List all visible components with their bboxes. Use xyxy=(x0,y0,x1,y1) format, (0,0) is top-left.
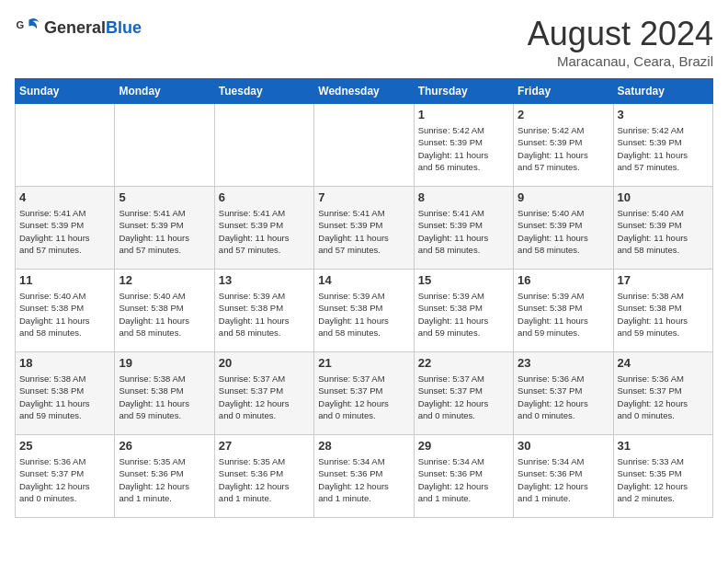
logo-blue: Blue xyxy=(106,18,142,38)
calendar-cell: 5Sunrise: 5:41 AM Sunset: 5:39 PM Daylig… xyxy=(115,187,214,270)
day-number: 27 xyxy=(219,439,310,453)
title-area: August 2024 Maracanau, Ceara, Brazil xyxy=(528,15,713,69)
calendar-cell: 16Sunrise: 5:39 AM Sunset: 5:38 PM Dayli… xyxy=(514,270,613,352)
day-number: 17 xyxy=(618,273,709,287)
day-info: Sunrise: 5:34 AM Sunset: 5:36 PM Dayligh… xyxy=(518,455,609,504)
calendar-cell: 28Sunrise: 5:34 AM Sunset: 5:36 PM Dayli… xyxy=(314,435,414,518)
day-info: Sunrise: 5:37 AM Sunset: 5:37 PM Dayligh… xyxy=(418,373,509,421)
day-info: Sunrise: 5:39 AM Sunset: 5:38 PM Dayligh… xyxy=(518,290,609,339)
calendar-title: August 2024 xyxy=(528,15,713,53)
day-number: 9 xyxy=(518,190,609,204)
day-number: 14 xyxy=(318,273,409,287)
day-info: Sunrise: 5:40 AM Sunset: 5:39 PM Dayligh… xyxy=(518,207,609,256)
day-number: 7 xyxy=(318,190,409,204)
day-number: 10 xyxy=(618,190,709,204)
calendar-cell: 21Sunrise: 5:37 AM Sunset: 5:37 PM Dayli… xyxy=(314,352,414,435)
day-number: 4 xyxy=(19,190,110,204)
day-info: Sunrise: 5:41 AM Sunset: 5:39 PM Dayligh… xyxy=(318,207,409,256)
calendar-cell: 15Sunrise: 5:39 AM Sunset: 5:38 PM Dayli… xyxy=(414,270,513,352)
day-info: Sunrise: 5:40 AM Sunset: 5:39 PM Dayligh… xyxy=(618,207,709,256)
day-number: 16 xyxy=(518,273,609,287)
logo: G General Blue xyxy=(15,15,142,40)
logo-general: General xyxy=(44,18,106,38)
day-number: 18 xyxy=(19,356,110,370)
day-info: Sunrise: 5:36 AM Sunset: 5:37 PM Dayligh… xyxy=(19,455,110,504)
week-row-4: 25Sunrise: 5:36 AM Sunset: 5:37 PM Dayli… xyxy=(16,435,713,518)
day-info: Sunrise: 5:41 AM Sunset: 5:39 PM Dayligh… xyxy=(119,207,210,256)
day-info: Sunrise: 5:34 AM Sunset: 5:36 PM Dayligh… xyxy=(318,455,409,504)
day-info: Sunrise: 5:39 AM Sunset: 5:38 PM Dayligh… xyxy=(219,290,310,339)
calendar-cell: 26Sunrise: 5:35 AM Sunset: 5:36 PM Dayli… xyxy=(115,435,214,518)
header-row: SundayMondayTuesdayWednesdayThursdayFrid… xyxy=(16,79,713,104)
calendar-body: 1Sunrise: 5:42 AM Sunset: 5:39 PM Daylig… xyxy=(16,104,713,518)
calendar-cell: 9Sunrise: 5:40 AM Sunset: 5:39 PM Daylig… xyxy=(514,187,613,270)
calendar-cell: 25Sunrise: 5:36 AM Sunset: 5:37 PM Dayli… xyxy=(16,435,115,518)
header-saturday: Saturday xyxy=(613,79,712,104)
day-number: 29 xyxy=(418,439,509,453)
day-info: Sunrise: 5:35 AM Sunset: 5:36 PM Dayligh… xyxy=(119,455,210,504)
calendar-cell: 19Sunrise: 5:38 AM Sunset: 5:38 PM Dayli… xyxy=(115,352,214,435)
header-friday: Friday xyxy=(514,79,613,104)
day-info: Sunrise: 5:37 AM Sunset: 5:37 PM Dayligh… xyxy=(318,373,409,421)
header-wednesday: Wednesday xyxy=(314,79,414,104)
calendar-cell: 20Sunrise: 5:37 AM Sunset: 5:37 PM Dayli… xyxy=(214,352,313,435)
day-info: Sunrise: 5:41 AM Sunset: 5:39 PM Dayligh… xyxy=(418,207,509,256)
day-info: Sunrise: 5:36 AM Sunset: 5:37 PM Dayligh… xyxy=(518,373,609,421)
calendar-cell: 8Sunrise: 5:41 AM Sunset: 5:39 PM Daylig… xyxy=(414,187,513,270)
day-number: 3 xyxy=(618,108,709,121)
day-info: Sunrise: 5:33 AM Sunset: 5:35 PM Dayligh… xyxy=(618,455,709,504)
day-number: 5 xyxy=(119,190,210,204)
day-info: Sunrise: 5:38 AM Sunset: 5:38 PM Dayligh… xyxy=(19,373,110,421)
day-number: 12 xyxy=(119,273,210,287)
header-monday: Monday xyxy=(115,79,214,104)
svg-text:G: G xyxy=(16,19,24,30)
day-number: 2 xyxy=(518,108,609,121)
calendar-cell xyxy=(115,104,214,187)
calendar-cell: 4Sunrise: 5:41 AM Sunset: 5:39 PM Daylig… xyxy=(16,187,115,270)
calendar-cell: 24Sunrise: 5:36 AM Sunset: 5:37 PM Dayli… xyxy=(613,352,712,435)
day-number: 31 xyxy=(618,439,709,453)
calendar-cell: 30Sunrise: 5:34 AM Sunset: 5:36 PM Dayli… xyxy=(514,435,613,518)
day-number: 28 xyxy=(318,439,409,453)
day-number: 1 xyxy=(418,108,509,121)
day-number: 19 xyxy=(119,356,210,370)
logo-icon: G xyxy=(15,15,40,40)
calendar-cell: 11Sunrise: 5:40 AM Sunset: 5:38 PM Dayli… xyxy=(16,270,115,352)
day-number: 21 xyxy=(318,356,409,370)
week-row-0: 1Sunrise: 5:42 AM Sunset: 5:39 PM Daylig… xyxy=(16,104,713,187)
calendar-table: SundayMondayTuesdayWednesdayThursdayFrid… xyxy=(15,78,713,518)
calendar-cell: 7Sunrise: 5:41 AM Sunset: 5:39 PM Daylig… xyxy=(314,187,414,270)
week-row-3: 18Sunrise: 5:38 AM Sunset: 5:38 PM Dayli… xyxy=(16,352,713,435)
day-info: Sunrise: 5:41 AM Sunset: 5:39 PM Dayligh… xyxy=(219,207,310,256)
day-number: 11 xyxy=(19,273,110,287)
day-number: 30 xyxy=(518,439,609,453)
header-sunday: Sunday xyxy=(16,79,115,104)
header: G General Blue August 2024 Maracanau, Ce… xyxy=(15,15,713,69)
calendar-cell: 3Sunrise: 5:42 AM Sunset: 5:39 PM Daylig… xyxy=(613,104,712,187)
week-row-1: 4Sunrise: 5:41 AM Sunset: 5:39 PM Daylig… xyxy=(16,187,713,270)
day-info: Sunrise: 5:36 AM Sunset: 5:37 PM Dayligh… xyxy=(618,373,709,421)
day-info: Sunrise: 5:42 AM Sunset: 5:39 PM Dayligh… xyxy=(418,124,509,173)
day-number: 25 xyxy=(19,439,110,453)
day-number: 13 xyxy=(219,273,310,287)
day-info: Sunrise: 5:39 AM Sunset: 5:38 PM Dayligh… xyxy=(418,290,509,339)
day-number: 15 xyxy=(418,273,509,287)
calendar-cell: 2Sunrise: 5:42 AM Sunset: 5:39 PM Daylig… xyxy=(514,104,613,187)
calendar-cell xyxy=(16,104,115,187)
calendar-cell: 6Sunrise: 5:41 AM Sunset: 5:39 PM Daylig… xyxy=(214,187,313,270)
day-number: 26 xyxy=(119,439,210,453)
calendar-cell: 31Sunrise: 5:33 AM Sunset: 5:35 PM Dayli… xyxy=(613,435,712,518)
day-info: Sunrise: 5:42 AM Sunset: 5:39 PM Dayligh… xyxy=(618,124,709,173)
calendar-cell: 27Sunrise: 5:35 AM Sunset: 5:36 PM Dayli… xyxy=(214,435,313,518)
header-thursday: Thursday xyxy=(414,79,513,104)
calendar-cell xyxy=(214,104,313,187)
calendar-cell: 1Sunrise: 5:42 AM Sunset: 5:39 PM Daylig… xyxy=(414,104,513,187)
calendar-cell: 13Sunrise: 5:39 AM Sunset: 5:38 PM Dayli… xyxy=(214,270,313,352)
day-info: Sunrise: 5:40 AM Sunset: 5:38 PM Dayligh… xyxy=(119,290,210,339)
day-info: Sunrise: 5:42 AM Sunset: 5:39 PM Dayligh… xyxy=(518,124,609,173)
week-row-2: 11Sunrise: 5:40 AM Sunset: 5:38 PM Dayli… xyxy=(16,270,713,352)
day-info: Sunrise: 5:35 AM Sunset: 5:36 PM Dayligh… xyxy=(219,455,310,504)
day-info: Sunrise: 5:34 AM Sunset: 5:36 PM Dayligh… xyxy=(418,455,509,504)
day-number: 23 xyxy=(518,356,609,370)
day-info: Sunrise: 5:37 AM Sunset: 5:37 PM Dayligh… xyxy=(219,373,310,421)
